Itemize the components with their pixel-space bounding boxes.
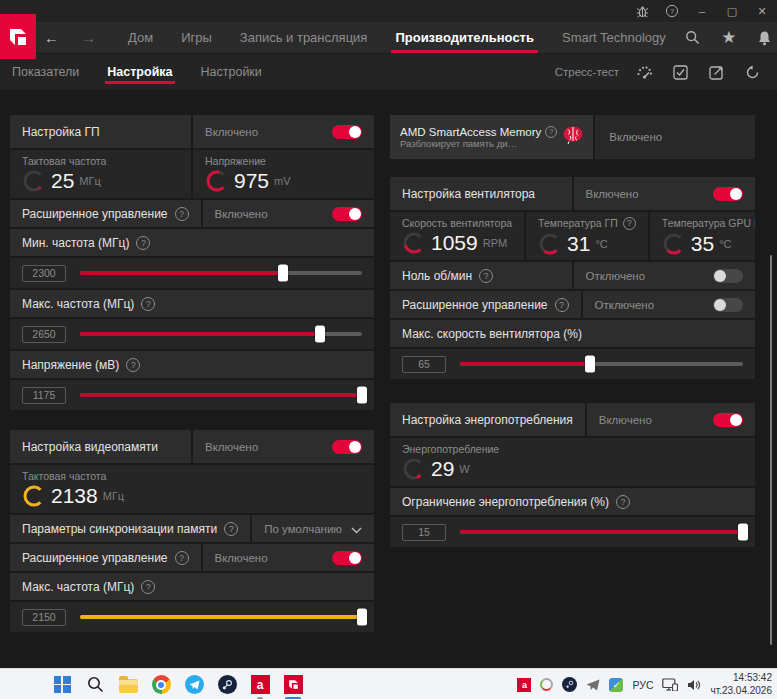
fan-tuning-title: Настройка вентилятора <box>402 187 535 201</box>
gpu-voltage-value: 975 <box>234 169 269 193</box>
back-arrow-icon[interactable]: ← <box>44 29 59 46</box>
power-tuning-toggle[interactable] <box>713 413 743 427</box>
voltage-mv-slider[interactable] <box>80 393 362 397</box>
help-icon[interactable]: ? <box>545 126 557 138</box>
tab-record-stream[interactable]: Запись и трансляция <box>226 22 382 53</box>
stress-test-gauge-icon[interactable] <box>633 61 655 83</box>
help-icon[interactable]: ? <box>224 522 238 536</box>
apply-profile-icon[interactable] <box>669 61 691 83</box>
fan-advanced-toggle[interactable] <box>713 298 743 312</box>
fan-max-speed-input[interactable] <box>402 356 446 373</box>
power-limit-input[interactable] <box>402 524 446 541</box>
min-freq-slider-handle[interactable] <box>278 265 288 282</box>
forward-arrow-icon[interactable]: → <box>81 29 96 46</box>
help-titlebar-icon[interactable]: ? <box>657 0 687 22</box>
tray-security-icon[interactable] <box>609 678 623 692</box>
start-button[interactable] <box>50 673 74 697</box>
help-icon[interactable]: ? <box>141 580 155 594</box>
max-freq-slider-handle[interactable] <box>315 326 325 343</box>
subtab-tuning[interactable]: Настройка <box>93 54 186 90</box>
fan-max-speed-slider[interactable] <box>460 362 743 366</box>
tray-recorder-ring-icon[interactable] <box>540 678 553 691</box>
vram-tuning-toggle[interactable] <box>332 440 362 454</box>
amd-software-active-icon[interactable] <box>281 673 305 697</box>
max-freq-title: Макс. частота (МГц) <box>22 297 134 311</box>
brain-icon <box>561 125 585 149</box>
sam-title: AMD SmartAccess Memory <box>400 126 541 138</box>
voltage-mv-slider-handle[interactable] <box>357 387 367 404</box>
export-profile-icon[interactable] <box>705 61 727 83</box>
search-icon[interactable] <box>680 25 706 51</box>
gpu-clock-label: Тактовая частота <box>22 155 106 167</box>
zero-rpm-toggle[interactable] <box>713 269 743 283</box>
subtab-metrics[interactable]: Показатели <box>0 54 93 90</box>
power-tuning-panel: Настройка энергопотребления Включено Эне… <box>390 403 755 547</box>
fan-max-speed-title: Макс. скорость вентилятора (%) <box>402 327 582 341</box>
gpu-voltage-gauge-icon <box>205 169 229 193</box>
gpu-advanced-toggle[interactable] <box>332 207 362 221</box>
close-button[interactable]: ✕ <box>747 0 777 22</box>
language-indicator[interactable]: РУС <box>632 679 653 691</box>
maximize-button[interactable]: ▢ <box>717 0 747 22</box>
favorites-star-icon[interactable]: ★ <box>716 25 742 51</box>
vram-max-freq-slider[interactable] <box>80 615 362 619</box>
tray-telegram-icon[interactable] <box>586 679 600 691</box>
help-icon[interactable]: ? <box>616 495 630 509</box>
amd-radeon-app-icon[interactable]: a <box>248 673 272 697</box>
gpu-tuning-status: Включено <box>205 126 258 138</box>
window-titlebar: ? – ▢ ✕ <box>0 0 777 22</box>
bug-report-icon[interactable] <box>627 0 657 22</box>
fan-max-speed-slider-handle[interactable] <box>585 356 595 373</box>
tab-smart-technology[interactable]: Smart Technology <box>548 22 680 53</box>
vertical-scrollbar[interactable] <box>770 255 772 645</box>
file-explorer-icon[interactable] <box>116 673 140 697</box>
memory-timing-dropdown[interactable]: По умолчанию <box>252 515 374 542</box>
help-icon[interactable]: ? <box>623 217 636 230</box>
clock-date: чт.23.04.2026 <box>710 685 772 698</box>
power-limit-slider[interactable] <box>460 530 743 534</box>
power-limit-slider-handle[interactable] <box>738 524 748 541</box>
notifications-bell-icon[interactable] <box>752 25 777 51</box>
tab-home[interactable]: Дом <box>114 22 167 53</box>
vram-max-freq-input[interactable] <box>22 609 66 626</box>
power-tuning-title: Настройка энергопотребления <box>402 413 573 427</box>
taskbar-search-icon[interactable] <box>83 673 107 697</box>
max-freq-input[interactable] <box>22 326 66 343</box>
vram-clock-value: 2138 <box>51 484 98 508</box>
tab-performance[interactable]: Производительность <box>381 22 548 53</box>
help-icon[interactable]: ? <box>175 551 189 565</box>
voltage-mv-input[interactable] <box>22 387 66 404</box>
main-navbar: ← → Дом Игры Запись и трансляция Произво… <box>0 22 777 53</box>
nav-tabs: Дом Игры Запись и трансляция Производите… <box>114 22 680 53</box>
help-icon[interactable]: ? <box>479 269 493 283</box>
chrome-icon[interactable] <box>149 673 173 697</box>
vram-max-freq-slider-handle[interactable] <box>357 609 367 626</box>
telegram-icon[interactable] <box>182 673 206 697</box>
min-freq-slider[interactable] <box>80 271 362 275</box>
minimize-button[interactable]: – <box>687 0 717 22</box>
reset-icon[interactable] <box>741 61 763 83</box>
gpu-tuning-toggle[interactable] <box>332 125 362 139</box>
min-freq-input[interactable] <box>22 265 66 282</box>
help-icon[interactable]: ? <box>126 358 140 372</box>
max-freq-slider[interactable] <box>80 332 362 336</box>
volume-icon[interactable] <box>687 679 701 691</box>
tray-amd-icon[interactable]: a <box>517 678 531 692</box>
sam-subtitle: Разблокирует память дискретного Г... <box>400 138 518 149</box>
help-icon[interactable]: ? <box>141 297 155 311</box>
memory-timing-value: По умолчанию <box>264 523 342 535</box>
taskbar-clock[interactable]: 14:53:42 чт.23.04.2026 <box>710 672 772 697</box>
hotspot-value: 35 <box>691 232 714 256</box>
steam-icon[interactable] <box>215 673 239 697</box>
subtab-settings[interactable]: Настройки <box>187 54 276 90</box>
network-display-icon[interactable] <box>662 678 678 691</box>
tab-games[interactable]: Игры <box>167 22 226 53</box>
tray-steam-icon[interactable] <box>562 677 577 692</box>
help-icon[interactable]: ? <box>175 207 189 221</box>
help-icon[interactable]: ? <box>136 236 150 250</box>
fan-tuning-toggle[interactable] <box>713 187 743 201</box>
help-icon[interactable]: ? <box>555 298 569 312</box>
vram-advanced-toggle[interactable] <box>332 551 362 565</box>
amd-logo[interactable] <box>0 14 36 59</box>
gpu-temp-gauge-icon <box>538 232 562 256</box>
